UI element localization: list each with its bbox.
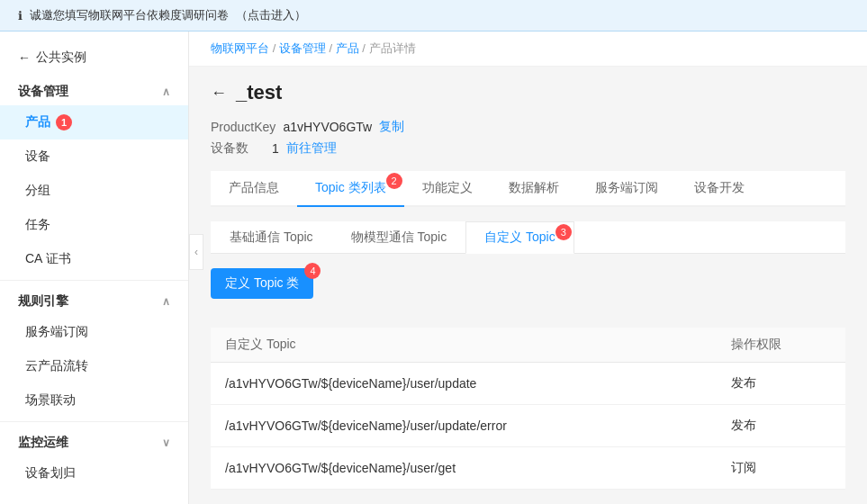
permission-value-2: 发布 <box>717 405 845 447</box>
collapse-icon: ‹ <box>194 246 198 258</box>
sidebar-item-ca[interactable]: CA 证书 <box>0 242 188 276</box>
device-count-label: 设备数 <box>211 140 265 157</box>
topic-value-2: /a1vHYVO6GTw/${deviceName}/user/update/e… <box>211 405 717 447</box>
tab-data-parse[interactable]: 数据解析 <box>491 171 577 207</box>
sidebar-item-cloud-product[interactable]: 云产品流转 <box>0 349 188 383</box>
sidebar-item-service-sub[interactable]: 服务端订阅 <box>0 315 188 349</box>
sub-tab-model-topic[interactable]: 物模型通信 Topic <box>332 221 466 254</box>
custom-topic-badge: 3 <box>555 224 572 240</box>
chevron-up-icon-2: ∧ <box>162 295 170 308</box>
product-header: ← _test <box>211 81 845 104</box>
breadcrumb-device-mgmt[interactable]: 设备管理 <box>279 41 326 55</box>
breadcrumb: 物联网平台 / 设备管理 / 产品 / 产品详情 <box>189 32 867 67</box>
sidebar-section-device-management[interactable]: 设备管理 ∧ <box>0 75 188 105</box>
tabs-main: 产品信息 Topic 类列表 2 功能定义 数据解析 服务端订阅 设备开发 <box>211 171 845 207</box>
sidebar-back-label: 公共实例 <box>36 50 86 66</box>
sub-tab-basic-topic[interactable]: 基础通信 Topic <box>211 221 332 254</box>
sidebar-item-label-device-archive: 设备划归 <box>25 465 76 482</box>
product-meta: ProductKey a1vHYVO6GTw 复制 设备数 1 前往管理 <box>211 119 845 157</box>
breadcrumb-sep-3: / <box>362 41 368 55</box>
breadcrumb-product[interactable]: 产品 <box>336 41 359 55</box>
page-content: ← _test ProductKey a1vHYVO6GTw 复制 设备数 1 … <box>189 67 867 504</box>
topic-value-3: /a1vHYVO6GTw/${deviceName}/user/get <box>211 447 717 490</box>
sidebar-item-label-product: 产品 <box>25 114 50 130</box>
sidebar-section-rules[interactable]: 规则引擎 ∧ <box>0 284 188 315</box>
sidebar-section-monitor[interactable]: 监控运维 ∨ <box>0 426 188 456</box>
permission-value-3: 订阅 <box>717 447 845 490</box>
sidebar-item-product[interactable]: 产品 1 <box>0 105 188 140</box>
goto-manage-link[interactable]: 前往管理 <box>286 140 337 157</box>
meta-row-device-count: 设备数 1 前往管理 <box>211 140 845 157</box>
table-header-topic: 自定义 Topic <box>211 328 717 363</box>
sidebar-item-label-scene: 场景联动 <box>25 392 76 409</box>
chevron-up-icon: ∧ <box>162 86 170 98</box>
sub-tab-custom-topic-label: 自定义 Topic <box>484 230 555 244</box>
back-arrow-icon: ← <box>18 50 31 65</box>
sidebar-divider-1 <box>0 280 188 281</box>
sub-tab-model-topic-label: 物模型通信 Topic <box>351 230 447 244</box>
table-row: /a1vHYVO6GTw/${deviceName}/user/update 发… <box>211 363 845 405</box>
sidebar-item-task[interactable]: 任务 <box>0 208 188 242</box>
sidebar-collapse-toggle[interactable]: ‹ <box>189 234 203 270</box>
sidebar: ← 公共实例 设备管理 ∧ 产品 1 设备 分组 任务 CA 证书 规则引擎 ∧ <box>0 32 189 504</box>
product-title: _test <box>236 81 282 104</box>
table-row: /a1vHYVO6GTw/${deviceName}/user/get 订阅 <box>211 447 845 490</box>
banner-icon: ℹ <box>18 9 23 22</box>
permission-value-1: 发布 <box>717 363 845 405</box>
tab-service-sub-label: 服务端订阅 <box>595 180 658 194</box>
tab-service-sub[interactable]: 服务端订阅 <box>577 171 676 207</box>
top-banner: ℹ 诚邀您填写物联网平台依赖度调研问卷 （点击进入） <box>0 0 867 32</box>
tab-function-def-label: 功能定义 <box>422 180 473 194</box>
table-row: /a1vHYVO6GTw/${deviceName}/user/update/e… <box>211 405 845 447</box>
breadcrumb-product-detail: 产品详情 <box>369 41 416 55</box>
tab-product-info[interactable]: 产品信息 <box>211 171 297 207</box>
product-key-value: a1vHYVO6GTw <box>283 120 372 134</box>
sidebar-back-button[interactable]: ← 公共实例 <box>0 40 188 75</box>
banner-text: 诚邀您填写物联网平台依赖度调研问卷 <box>30 7 229 23</box>
tabs-sub: 基础通信 Topic 物模型通信 Topic 自定义 Topic 3 <box>211 221 845 254</box>
tab-topic-list[interactable]: Topic 类列表 2 <box>297 171 404 207</box>
device-count-value: 1 <box>272 141 279 156</box>
sidebar-item-device-archive[interactable]: 设备划归 <box>0 456 188 490</box>
sub-tab-basic-topic-label: 基础通信 Topic <box>230 230 313 244</box>
sidebar-item-group[interactable]: 分组 <box>0 174 188 208</box>
tab-topic-list-label: Topic 类列表 <box>315 180 386 194</box>
topic-list-badge: 2 <box>386 173 402 189</box>
content-area: 物联网平台 / 设备管理 / 产品 / 产品详情 ← _test Product… <box>189 32 867 504</box>
meta-row-product-key: ProductKey a1vHYVO6GTw 复制 <box>211 119 845 135</box>
define-topic-button-label: 定义 Topic 类 <box>225 275 299 290</box>
sidebar-item-label-cloud-product: 云产品流转 <box>25 358 88 374</box>
sidebar-item-label-task: 任务 <box>25 217 50 233</box>
product-badge: 1 <box>56 114 72 130</box>
define-btn-badge: 4 <box>304 263 321 279</box>
chevron-down-icon: ∨ <box>162 436 170 449</box>
sub-tab-custom-topic[interactable]: 自定义 Topic 3 <box>465 221 574 254</box>
tab-data-parse-label: 数据解析 <box>509 180 559 194</box>
breadcrumb-iot[interactable]: 物联网平台 <box>211 41 269 55</box>
sidebar-item-label-ca: CA 证书 <box>25 251 71 267</box>
section-label-monitor: 监控运维 <box>18 435 68 451</box>
product-back-button[interactable]: ← <box>211 84 227 103</box>
breadcrumb-sep-1: / <box>273 41 279 55</box>
topic-value-1: /a1vHYVO6GTw/${deviceName}/user/update <box>211 363 717 405</box>
define-topic-button[interactable]: 定义 Topic 类 4 <box>211 268 313 299</box>
sidebar-item-label-group: 分组 <box>25 183 50 199</box>
tab-device-dev[interactable]: 设备开发 <box>676 171 763 207</box>
breadcrumb-sep-2: / <box>329 41 335 55</box>
sidebar-item-scene[interactable]: 场景联动 <box>0 383 188 418</box>
table-header-permission: 操作权限 <box>717 328 845 363</box>
sidebar-item-device[interactable]: 设备 <box>0 140 188 174</box>
banner-link[interactable]: （点击进入） <box>236 7 306 23</box>
section-label-device: 设备管理 <box>18 84 68 100</box>
sidebar-item-label-device: 设备 <box>25 148 50 165</box>
product-key-label: ProductKey <box>211 120 275 134</box>
sidebar-divider-2 <box>0 421 188 422</box>
topic-table: 自定义 Topic 操作权限 /a1vHYVO6GTw/${deviceName… <box>211 328 845 490</box>
tab-function-def[interactable]: 功能定义 <box>404 171 491 207</box>
copy-product-key-button[interactable]: 复制 <box>379 119 404 135</box>
sidebar-item-label-service-sub: 服务端订阅 <box>25 324 88 340</box>
tab-product-info-label: 产品信息 <box>229 180 279 194</box>
section-label-rules: 规则引擎 <box>18 293 68 310</box>
tab-device-dev-label: 设备开发 <box>694 180 745 194</box>
